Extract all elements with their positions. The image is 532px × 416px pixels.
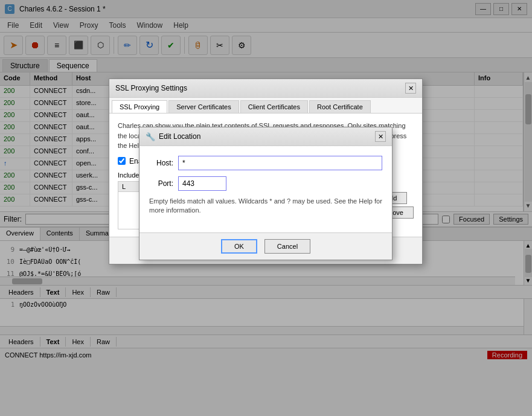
ssl-close-button[interactable]: ✕ <box>405 83 416 94</box>
ssl-tab-root-cert[interactable]: Root Certificate <box>309 100 371 113</box>
edit-cancel-button[interactable]: Cancel <box>264 239 310 254</box>
port-field-row: Port: <box>149 176 382 191</box>
ssl-tab-proxying[interactable]: SSL Proxying <box>112 100 167 113</box>
ssl-tab-server-certs[interactable]: Server Certificates <box>168 100 239 113</box>
edit-content: Host: Port: Empty fields match all value… <box>139 146 392 232</box>
port-input[interactable] <box>178 176 226 191</box>
ssl-tabs: SSL Proxying Server Certificates Client … <box>109 98 422 114</box>
host-label: Host: <box>149 159 173 167</box>
enable-ssl-checkbox[interactable] <box>118 157 126 165</box>
edit-dialog-icon: 🔧 <box>146 132 155 141</box>
ssl-tab-client-certs[interactable]: Client Certificates <box>240 100 308 113</box>
edit-close-button[interactable]: ✕ <box>375 131 386 142</box>
ssl-dialog-title: SSL Proxying Settings ✕ <box>109 79 422 98</box>
edit-footer: OK Cancel <box>139 232 392 260</box>
edit-ok-button[interactable]: OK <box>221 239 257 254</box>
edit-dialog-title: 🔧 Edit Location ✕ <box>139 127 392 146</box>
host-field-row: Host: <box>149 156 382 170</box>
host-input[interactable] <box>178 156 382 170</box>
ssl-dialog-title-text: SSL Proxying Settings <box>115 84 187 92</box>
edit-hint: Empty fields match all values. Wildcards… <box>149 197 382 216</box>
port-label: Port: <box>149 179 173 188</box>
edit-dialog-title-text: Edit Location <box>159 132 200 141</box>
edit-location-dialog: 🔧 Edit Location ✕ Host: Port: Empty fiel… <box>139 127 393 260</box>
